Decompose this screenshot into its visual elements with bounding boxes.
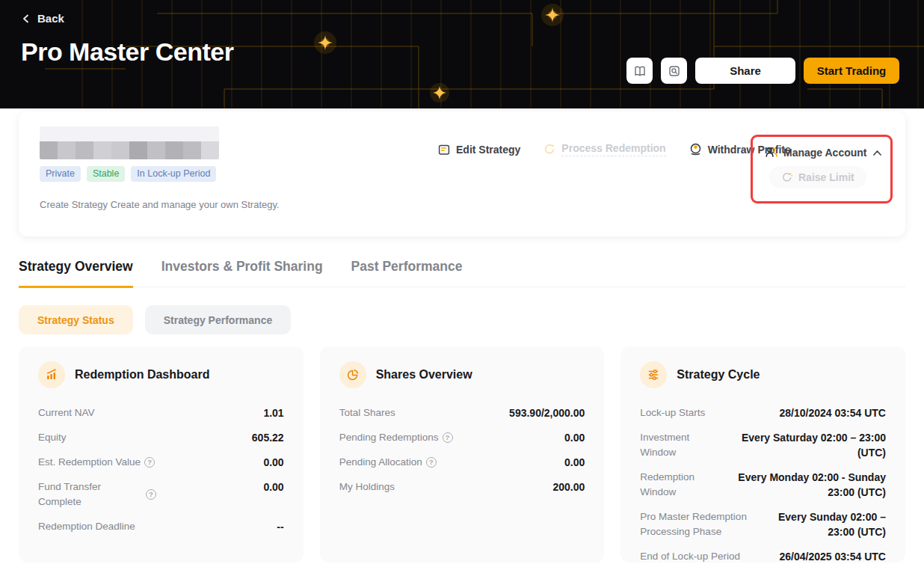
row-value: Every Saturday 02:00 – 23:00 (UTC)	[723, 430, 886, 460]
row-value: 26/04/2025 03:54 UTC	[780, 549, 886, 564]
row-label: Total Shares	[339, 405, 395, 420]
help-icon[interactable]	[426, 457, 437, 468]
table-row: Lock-up Starts 28/10/2024 03:54 UTC	[640, 400, 886, 425]
status-badge: Stable	[87, 166, 125, 182]
row-value: --	[277, 519, 283, 534]
strategy-summary-card: Private Stable In Lock-up Period Create …	[19, 111, 905, 236]
document-search-icon	[668, 64, 681, 78]
table-row: Est. Redemption Value 0.00	[38, 450, 284, 474]
row-value: 0.00	[263, 480, 283, 494]
status-badge: Private	[40, 166, 81, 182]
help-icon[interactable]	[144, 457, 155, 468]
row-label: Fund Transfer Complete	[38, 480, 156, 509]
raise-limit-label: Raise Limit	[798, 171, 854, 183]
row-label: Investment Window	[640, 430, 723, 460]
tab-strategy-overview[interactable]: Strategy Overview	[19, 259, 133, 288]
row-label: Pending Allocation	[339, 455, 437, 470]
table-row: Investment Window Every Saturday 02:00 –…	[640, 425, 886, 465]
help-icon[interactable]	[146, 489, 156, 500]
row-label: Est. Redemption Value	[38, 455, 155, 470]
coin-hand-icon	[689, 142, 703, 156]
book-icon	[633, 64, 647, 78]
process-redemption-button[interactable]: Process Redemption	[543, 142, 665, 156]
user-group-icon	[765, 146, 778, 159]
row-value: 1.01	[263, 405, 283, 420]
pie-chart-icon	[339, 361, 366, 388]
redemption-dashboard-card: Redemption Dashboard Current NAV 1.01 Eq…	[19, 346, 304, 563]
main-tabs: Strategy Overview Investors & Profit Sha…	[19, 259, 905, 287]
row-label: Redemption Deadline	[38, 519, 135, 534]
card-title: Shares Overview	[376, 368, 472, 382]
hero-banner: Back Pro Master Center Share Start Tradi…	[0, 0, 924, 108]
subtab-strategy-performance[interactable]: Strategy Performance	[145, 305, 292, 334]
back-button[interactable]: Back	[21, 12, 64, 25]
sliders-icon	[640, 361, 667, 388]
page-title: Pro Master Center	[21, 37, 233, 67]
table-row: Pending Allocation 0.00	[339, 450, 585, 474]
back-label: Back	[37, 12, 64, 25]
process-redemption-label: Process Redemption	[561, 142, 665, 156]
card-title: Strategy Cycle	[677, 368, 760, 382]
card-title: Redemption Dashboard	[75, 368, 209, 382]
row-value: 28/10/2024 03:54 UTC	[780, 405, 886, 420]
row-label: End of Lock-up Period	[640, 549, 740, 564]
subtab-strategy-status[interactable]: Strategy Status	[19, 305, 133, 334]
table-row: Current NAV 1.01	[38, 400, 284, 425]
row-value: 0.00	[263, 455, 283, 470]
sub-tabs: Strategy Status Strategy Performance	[19, 305, 905, 334]
row-label: My Holdings	[339, 480, 395, 494]
row-value: 0.00	[564, 430, 585, 445]
strategy-cycle-card: Strategy Cycle Lock-up Starts 28/10/2024…	[620, 346, 905, 563]
overview-cards: Redemption Dashboard Current NAV 1.01 Eq…	[19, 346, 905, 563]
edit-strategy-label: Edit Strategy	[456, 144, 520, 156]
share-button[interactable]: Share	[695, 58, 795, 84]
row-label: Equity	[38, 430, 67, 445]
circular-arrows-icon	[543, 143, 556, 156]
edit-strategy-button[interactable]: Edit Strategy	[437, 143, 520, 156]
preview-button[interactable]	[661, 58, 687, 84]
manage-account-annotation-box: Manage Account Raise Limit	[751, 135, 893, 203]
table-row: Redemption Window Every Monday 02:00 - S…	[640, 465, 886, 504]
row-label: Pro Master Redemption Processing Phase	[640, 509, 758, 539]
row-value: 593.90/2,000.00	[509, 405, 585, 420]
strategy-actions: Edit Strategy Process Redemption Withdra…	[437, 142, 791, 156]
raise-limit-button[interactable]: Raise Limit	[769, 166, 866, 189]
status-badge: In Lock-up Period	[131, 166, 216, 182]
table-row: Equity 605.22	[38, 425, 284, 450]
start-trading-button[interactable]: Start Trading	[804, 58, 899, 84]
help-icon[interactable]	[443, 432, 453, 443]
hero-actions: Share Start Trading	[626, 58, 899, 84]
redacted-strategy-name	[40, 126, 219, 159]
row-value: Every Monday 02:00 - Sunday 23:00 (UTC)	[723, 470, 886, 500]
shares-overview-card: Shares Overview Total Shares 593.90/2,00…	[320, 346, 605, 563]
table-row: Fund Transfer Complete 0.00	[38, 474, 284, 514]
row-value: 605.22	[252, 430, 284, 445]
chart-growth-icon	[38, 361, 65, 388]
table-row: Pro Master Redemption Processing Phase E…	[640, 504, 886, 544]
row-label: Pending Redemptions	[339, 430, 453, 445]
edit-document-icon	[437, 143, 451, 156]
table-row: My Holdings 200.00	[339, 474, 585, 499]
tab-past-performance[interactable]: Past Performance	[351, 259, 463, 288]
table-row: End of Lock-up Period 26/04/2025 03:54 U…	[640, 544, 886, 569]
row-value: Every Sunday 02:00 – 23:00 (UTC)	[758, 509, 886, 539]
row-label: Lock-up Starts	[640, 405, 705, 420]
table-row: Pending Redemptions 0.00	[339, 425, 585, 450]
guide-button[interactable]	[626, 58, 653, 84]
row-label: Current NAV	[38, 405, 95, 420]
row-value: 0.00	[564, 455, 585, 470]
caret-up-icon	[872, 150, 882, 156]
manage-account-button[interactable]: Manage Account	[765, 146, 890, 159]
chevron-left-icon	[21, 13, 31, 24]
manage-account-label: Manage Account	[783, 147, 867, 159]
tab-investors-profit-sharing[interactable]: Investors & Profit Sharing	[161, 259, 323, 288]
table-row: Redemption Deadline --	[38, 514, 284, 539]
table-row: Total Shares 593.90/2,000.00	[339, 400, 585, 425]
row-label: Redemption Window	[640, 470, 723, 500]
raise-limit-icon	[781, 171, 793, 183]
row-value: 200.00	[553, 480, 585, 494]
